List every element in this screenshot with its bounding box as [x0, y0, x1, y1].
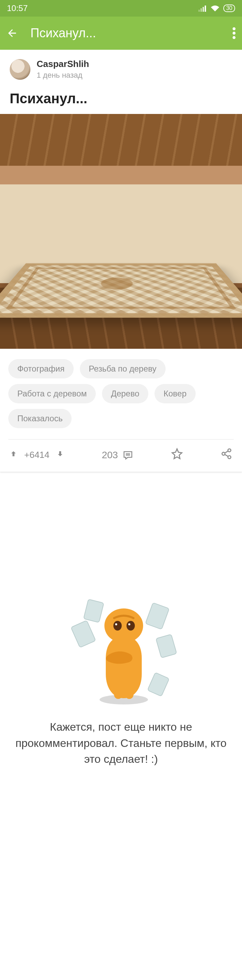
svg-rect-14 [71, 620, 96, 648]
svg-point-6 [233, 36, 236, 39]
tag[interactable]: Резьба по дереву [80, 359, 166, 379]
vote-group: +6414 [10, 449, 64, 461]
svg-point-11 [228, 456, 231, 459]
svg-point-24 [127, 621, 135, 630]
tag[interactable]: Работа с деревом [8, 384, 96, 403]
arrow-up-icon [10, 449, 17, 458]
author-name[interactable]: CasparShlih [37, 59, 89, 69]
svg-rect-21 [125, 682, 133, 699]
star-icon [171, 448, 183, 460]
downvote-button[interactable] [56, 449, 64, 461]
svg-rect-18 [147, 673, 169, 697]
share-icon [221, 448, 232, 460]
svg-point-5 [233, 32, 236, 35]
svg-point-9 [228, 449, 231, 452]
overflow-menu-button[interactable] [232, 27, 236, 39]
signal-icon [199, 5, 207, 12]
favorite-button[interactable] [171, 448, 183, 462]
status-right: 30 [199, 5, 235, 12]
svg-rect-2 [203, 7, 204, 12]
comments-count: 203 [102, 450, 118, 461]
svg-point-25 [115, 623, 117, 625]
tag-list: Фотография Резьба по дереву Работа с дер… [0, 349, 242, 432]
statusbar-time: 10:57 [7, 3, 28, 13]
tag[interactable]: Фотография [8, 359, 74, 379]
empty-comments: Кажется, пост еще никто не прокомментиро… [0, 472, 242, 767]
svg-rect-20 [114, 682, 122, 699]
svg-line-12 [225, 451, 228, 453]
svg-rect-1 [200, 8, 202, 12]
svg-point-10 [222, 452, 225, 455]
upvote-button[interactable] [10, 449, 17, 461]
comments-button[interactable]: 203 [102, 450, 133, 461]
svg-rect-3 [205, 6, 206, 12]
post-actions: +6414 203 [0, 439, 242, 472]
more-vert-icon [232, 27, 236, 39]
tag[interactable]: Показалось [8, 409, 72, 428]
svg-point-22 [104, 608, 143, 643]
back-button[interactable] [6, 27, 18, 39]
arrow-down-icon [56, 449, 64, 458]
status-bar: 10:57 30 [0, 0, 242, 17]
battery-badge: 30 [223, 5, 235, 12]
post-time: 1 день назад [37, 71, 89, 80]
svg-point-4 [233, 27, 236, 30]
author-row: CasparShlih 1 день назад [0, 50, 242, 86]
svg-rect-15 [84, 599, 104, 622]
author-meta: CasparShlih 1 день назад [37, 59, 89, 80]
svg-point-26 [128, 623, 130, 625]
svg-rect-17 [156, 634, 177, 658]
tag[interactable]: Дерево [102, 384, 148, 403]
comment-icon [123, 450, 133, 460]
post-image[interactable] [0, 114, 242, 349]
svg-line-13 [225, 455, 228, 457]
post-rating: +6414 [24, 450, 50, 460]
wifi-icon [210, 5, 220, 12]
post-title: Психанул... [0, 86, 242, 114]
post-card: CasparShlih 1 день назад Психанул... Фот… [0, 50, 242, 472]
appbar-title: Психанул... [30, 26, 232, 40]
share-button[interactable] [221, 448, 232, 462]
empty-mascot [62, 596, 180, 706]
svg-point-23 [114, 621, 122, 630]
author-avatar[interactable] [10, 59, 30, 80]
tag[interactable]: Ковер [154, 384, 196, 403]
empty-comments-text: Кажется, пост еще никто не прокомментиро… [14, 719, 228, 767]
app-bar: Психанул... [0, 17, 242, 50]
svg-rect-16 [146, 603, 169, 630]
arrow-left-icon [6, 27, 18, 39]
svg-rect-0 [199, 10, 200, 12]
